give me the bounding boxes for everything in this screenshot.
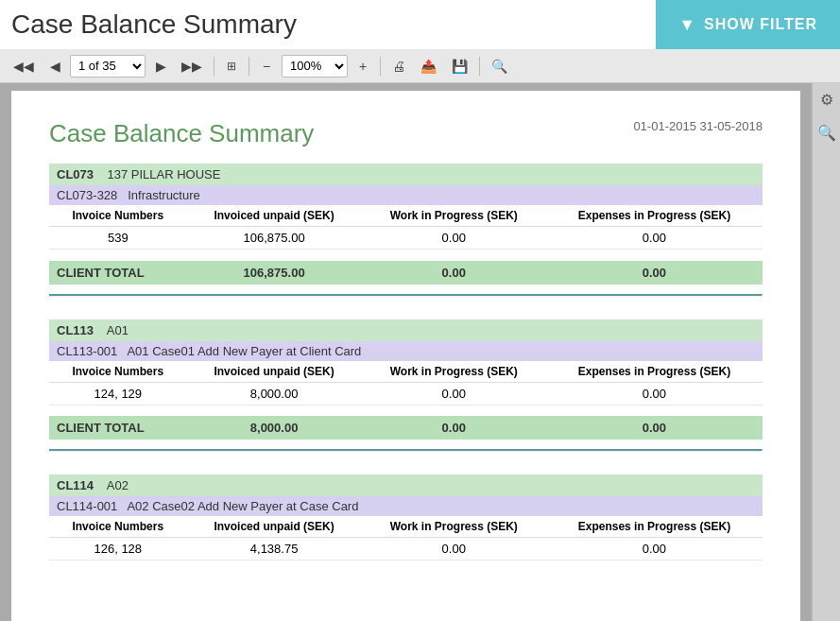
client-row-cl113: CL113 A01 — [49, 319, 763, 341]
data-row-cl073-1: 539 106,875.00 0.00 0.00 — [49, 227, 763, 250]
separator-3 — [380, 57, 381, 76]
col-header-wip: Work in Progress (SEK) — [362, 205, 546, 227]
case-name-cl073-328: Infrastructure — [128, 188, 200, 202]
show-filter-button[interactable]: ▼ SHOW FILTER — [656, 0, 840, 49]
cell-invoice-cl114-1: 126, 128 — [49, 538, 187, 561]
total-row-cl113: CLIENT TOTAL 8,000.00 0.00 0.00 — [49, 416, 763, 440]
cell-unpaid-cl114-1: 4,138.75 — [187, 538, 362, 561]
settings-sidebar: ⚙ 🔍 — [812, 83, 840, 621]
subcase-row-cl073-328: CL073-328 Infrastructure — [49, 185, 763, 205]
separator-2 — [249, 57, 249, 76]
search-toolbar-button[interactable]: 🔍 — [486, 54, 513, 78]
cell-wip-cl113-1: 0.00 — [362, 382, 546, 405]
spacer-cl073 — [49, 250, 763, 261]
save-button[interactable]: 💾 — [446, 54, 473, 78]
gear-button[interactable]: ⚙ — [816, 87, 837, 112]
cell-expenses-cl073-1: 0.00 — [546, 227, 763, 250]
subcase-row-cl113-001: CL113-001 A01 Case01 Add New Payer at Cl… — [49, 341, 763, 361]
cell-expenses-cl113-1: 0.00 — [546, 382, 763, 405]
col-header-invoice-2: Invoice Numbers — [49, 361, 187, 383]
client-code-cl073: CL073 — [57, 167, 94, 181]
zoom-out-button[interactable]: − — [255, 54, 278, 78]
col-header-invoice-3: Invoice Numbers — [49, 516, 187, 538]
col-header-wip-3: Work in Progress (SEK) — [362, 516, 546, 538]
case-name-cl114-001: A02 Case02 Add New Payer at Case Card — [127, 499, 358, 513]
col-headers-cl073: Invoice Numbers Invoiced unpaid (SEK) Wo… — [49, 205, 763, 227]
spacer-cl113 — [49, 405, 763, 416]
cell-invoice-cl113-1: 124, 129 — [49, 382, 187, 405]
page-selector[interactable]: 1 of 35 — [70, 55, 146, 78]
subcase-row-cl114-001: CL114-001 A02 Case02 Add New Payer at Ca… — [49, 496, 763, 516]
next-page-button[interactable]: ▶ — [149, 54, 172, 78]
total-wip-cl073: 0.00 — [362, 261, 546, 285]
export-button[interactable]: 📤 — [415, 54, 442, 78]
section-cl073: CL073 137 PILLAR HOUSE CL073-328 Infrast… — [49, 164, 763, 285]
last-page-button[interactable]: ▶▶ — [176, 54, 208, 78]
col-header-invoiced-unpaid-3: Invoiced unpaid (SEK) — [187, 516, 362, 538]
total-expenses-cl073: 0.00 — [546, 261, 763, 285]
filter-icon: ▼ — [678, 15, 696, 35]
total-label-cl073: CLIENT TOTAL — [49, 261, 187, 285]
toolbar: ◀◀ ◀ 1 of 35 ▶ ▶▶ ⊞ − 100% + 🖨 📤 💾 🔍 — [0, 49, 840, 83]
client-row-cl114: CL114 A02 — [49, 474, 763, 496]
total-unpaid-cl073: 106,875.00 — [187, 261, 362, 285]
case-code-cl113-001: CL113-001 — [57, 344, 117, 358]
col-header-expenses: Expenses in Progress (SEK) — [546, 205, 763, 227]
page-title: Case Balance Summary — [0, 0, 656, 49]
client-row-cl073: CL073 137 PILLAR HOUSE — [49, 164, 763, 185]
first-page-button[interactable]: ◀◀ — [8, 54, 40, 78]
zoom-selector[interactable]: 100% — [282, 55, 348, 78]
case-code-cl073-328: CL073-328 — [57, 188, 117, 202]
total-row-cl073: CLIENT TOTAL 106,875.00 0.00 0.00 — [49, 261, 763, 285]
col-headers-cl114: Invoice Numbers Invoiced unpaid (SEK) Wo… — [49, 516, 763, 538]
col-header-wip-2: Work in Progress (SEK) — [362, 361, 546, 383]
report-date-range: 01-01-2015 31-05-2018 — [633, 119, 763, 133]
cell-unpaid-cl073-1: 106,875.00 — [187, 227, 362, 250]
print-button[interactable]: 🖨 — [386, 54, 411, 78]
section-cl114: CL114 A02 CL114-001 A02 Case02 Add New P… — [49, 474, 763, 561]
report-page: Case Balance Summary 01-01-2015 31-05-20… — [11, 91, 800, 621]
report-scroll[interactable]: Case Balance Summary 01-01-2015 31-05-20… — [0, 83, 812, 621]
col-headers-cl113: Invoice Numbers Invoiced unpaid (SEK) Wo… — [49, 361, 763, 383]
cell-invoice-cl073-1: 539 — [49, 227, 187, 250]
total-label-cl113: CLIENT TOTAL — [49, 416, 187, 440]
cell-wip-cl114-1: 0.00 — [362, 538, 546, 561]
col-header-invoiced-unpaid: Invoiced unpaid (SEK) — [187, 205, 362, 227]
fit-page-button[interactable]: ⊞ — [220, 54, 243, 78]
total-unpaid-cl113: 8,000.00 — [187, 416, 362, 440]
col-header-expenses-3: Expenses in Progress (SEK) — [546, 516, 763, 538]
zoom-in-button[interactable]: + — [351, 54, 374, 78]
total-wip-cl113: 0.00 — [362, 416, 546, 440]
col-header-invoiced-unpaid-2: Invoiced unpaid (SEK) — [187, 361, 362, 383]
case-code-cl114-001: CL114-001 — [57, 499, 117, 513]
separator-1 — [214, 57, 214, 76]
section-cl113: CL113 A01 CL113-001 A01 Case01 Add New P… — [49, 319, 763, 440]
client-name-cl114: A02 — [107, 478, 129, 492]
cell-unpaid-cl113-1: 8,000.00 — [187, 382, 362, 405]
data-row-cl113-1: 124, 129 8,000.00 0.00 0.00 — [49, 382, 763, 405]
show-filter-label: SHOW FILTER — [704, 16, 817, 33]
separator-4 — [479, 57, 480, 76]
main-area: Case Balance Summary 01-01-2015 31-05-20… — [0, 83, 840, 621]
cell-expenses-cl114-1: 0.00 — [546, 538, 763, 561]
case-name-cl113-001: A01 Case01 Add New Payer at Client Card — [127, 344, 361, 358]
col-header-expenses-2: Expenses in Progress (SEK) — [546, 361, 763, 383]
client-code-cl113: CL113 — [57, 323, 94, 337]
client-name-cl113: A01 — [107, 323, 129, 337]
client-code-cl114: CL114 — [57, 478, 94, 492]
total-expenses-cl113: 0.00 — [546, 416, 763, 440]
search-sidebar-button[interactable]: 🔍 — [814, 120, 840, 146]
prev-page-button[interactable]: ◀ — [43, 54, 66, 78]
col-header-invoice: Invoice Numbers — [49, 205, 187, 227]
data-row-cl114-1: 126, 128 4,138.75 0.00 0.00 — [49, 538, 763, 561]
cell-wip-cl073-1: 0.00 — [362, 227, 546, 250]
client-name-cl073: 137 PILLAR HOUSE — [107, 167, 220, 181]
